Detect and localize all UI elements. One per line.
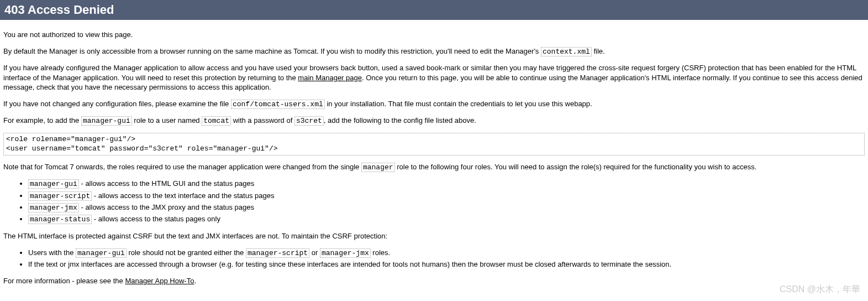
main-manager-page-link[interactable]: main Manager page [298, 74, 362, 82]
text: If you have not changed any configuratio… [3, 100, 231, 108]
code-tomcat-users: conf/tomcat-users.xml [231, 100, 325, 109]
csrf-list: Users with the manager-gui role should n… [3, 248, 865, 269]
text: For example, to add the [3, 116, 81, 124]
code-manager: manager [361, 163, 395, 172]
text: with a password of [231, 116, 294, 124]
roles-list: manager-gui - allows access to the HTML … [3, 179, 865, 225]
text: For more information - please see the [3, 277, 125, 285]
role-desc: - allows access to the status pages only [92, 215, 220, 223]
manager-app-howto-link[interactable]: Manager App How-To [125, 277, 194, 285]
code-manager-script: manager-script [246, 248, 309, 258]
code-tomcat: tomcat [202, 116, 231, 126]
role-code: manager-script [28, 191, 92, 201]
list-item: manager-status - allows access to the st… [28, 214, 865, 225]
list-item: Users with the manager-gui role should n… [28, 248, 865, 258]
text: role to the following four roles. You wi… [395, 163, 757, 171]
code-manager-gui: manager-gui [76, 248, 127, 258]
list-item: manager-jmx - allows access to the JMX p… [28, 203, 865, 213]
text: roles. [371, 248, 390, 257]
config-example-pre: <role rolename="manager-gui"/> <user use… [3, 133, 865, 155]
text: role to a user named [132, 116, 202, 124]
text: in your installation. That file must con… [325, 100, 592, 108]
example-paragraph: For example, to add the manager-gui role… [3, 116, 865, 126]
text: , add the following to the config file l… [324, 116, 476, 124]
text: file. [592, 47, 605, 55]
csrf-paragraph: If you have already configured the Manag… [3, 63, 865, 92]
text: . [194, 277, 196, 285]
role-code: manager-gui [28, 179, 79, 189]
csrf-note-paragraph: The HTML interface is protected against … [3, 231, 865, 241]
tomcat-users-paragraph: If you have not changed any configuratio… [3, 99, 865, 110]
code-s3cret: s3cret [294, 116, 324, 126]
text: Note that for Tomcat 7 onwards, the role… [3, 163, 361, 171]
code-context-xml: context.xml [541, 47, 592, 56]
text: role should not be granted either the [127, 248, 246, 257]
list-item: If the text or jmx interfaces are access… [28, 260, 865, 269]
content-body: You are not authorized to view this page… [0, 20, 868, 296]
text: By default the Manager is only accessibl… [3, 47, 541, 55]
context-paragraph: By default the Manager is only accessibl… [3, 46, 865, 57]
role-code: manager-jmx [28, 203, 79, 212]
text: or [309, 248, 320, 257]
intro-paragraph: You are not authorized to view this page… [3, 30, 865, 40]
role-desc: - allows access to the HTML GUI and the … [79, 179, 254, 188]
role-desc: - allows access to the JMX proxy and the… [79, 203, 254, 211]
code-manager-jmx: manager-jmx [320, 248, 371, 258]
page-title: 403 Access Denied [0, 0, 868, 20]
roles-note-paragraph: Note that for Tomcat 7 onwards, the role… [3, 162, 865, 173]
text: Users with the [28, 248, 76, 257]
role-code: manager-status [28, 215, 92, 224]
more-info-paragraph: For more information - please see the Ma… [3, 276, 865, 286]
role-desc: - allows access to the text interface an… [92, 191, 274, 200]
list-item: manager-script - allows access to the te… [28, 191, 865, 201]
list-item: manager-gui - allows access to the HTML … [28, 179, 865, 189]
code-manager-gui: manager-gui [81, 116, 132, 126]
